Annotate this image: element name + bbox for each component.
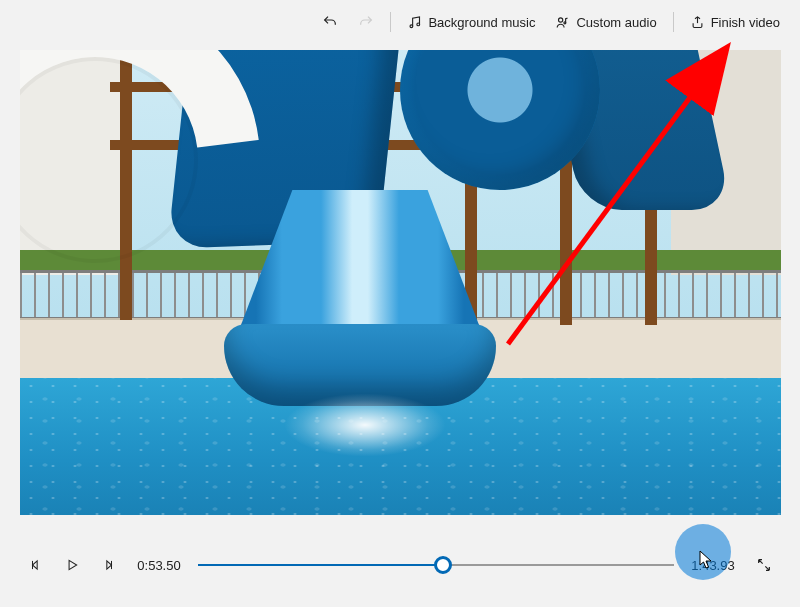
prev-frame-button[interactable] bbox=[24, 553, 48, 577]
mouse-cursor-icon bbox=[699, 550, 713, 570]
finish-video-button[interactable]: Finish video bbox=[680, 9, 790, 36]
finish-video-label: Finish video bbox=[711, 15, 780, 30]
video-preview[interactable] bbox=[20, 50, 781, 515]
fullscreen-button[interactable] bbox=[752, 553, 776, 577]
custom-audio-icon bbox=[555, 15, 570, 30]
seek-fill bbox=[198, 564, 443, 566]
background-music-button[interactable]: Background music bbox=[397, 9, 545, 36]
svg-point-3 bbox=[564, 21, 566, 23]
play-button[interactable] bbox=[60, 553, 84, 577]
undo-icon bbox=[322, 14, 338, 30]
custom-audio-label: Custom audio bbox=[576, 15, 656, 30]
redo-icon bbox=[358, 14, 374, 30]
next-frame-button[interactable] bbox=[96, 553, 120, 577]
undo-button[interactable] bbox=[312, 8, 348, 36]
current-time: 0:53.50 bbox=[132, 558, 186, 573]
custom-audio-button[interactable]: Custom audio bbox=[545, 9, 666, 36]
seek-bar[interactable] bbox=[198, 553, 674, 577]
svg-point-2 bbox=[559, 17, 563, 21]
toolbar-separator bbox=[390, 12, 391, 32]
play-icon bbox=[65, 558, 79, 572]
music-note-icon bbox=[407, 15, 422, 30]
step-forward-icon bbox=[101, 558, 115, 572]
background-music-label: Background music bbox=[428, 15, 535, 30]
toolbar-separator bbox=[673, 12, 674, 32]
svg-point-1 bbox=[417, 23, 420, 26]
step-back-icon bbox=[29, 558, 43, 572]
redo-button bbox=[348, 8, 384, 36]
seek-thumb[interactable] bbox=[434, 556, 452, 574]
toolbar: Background music Custom audio Finish vid… bbox=[0, 0, 800, 44]
fullscreen-icon bbox=[756, 557, 772, 573]
export-icon bbox=[690, 15, 705, 30]
svg-point-0 bbox=[410, 24, 413, 27]
